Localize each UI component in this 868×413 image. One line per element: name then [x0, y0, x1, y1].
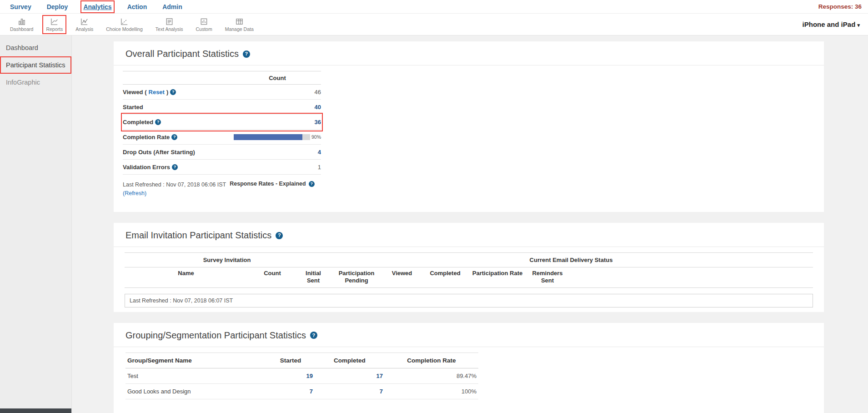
completion-rate-value: 90% — [311, 134, 321, 140]
column-group-segment-name: Group/Segment Name — [125, 353, 266, 368]
toolbar-item-text-analysis[interactable]: Text Analysis — [153, 16, 186, 33]
viewed-row: Viewed ( Reset ) ? 46 — [123, 85, 321, 100]
scatter-chart-icon — [120, 17, 129, 26]
group-started: 7 — [266, 383, 315, 399]
text-lines-icon — [165, 17, 174, 26]
column-completed: Completed — [315, 353, 385, 368]
last-refreshed-label: Last Refreshed : Nov 07, 2018 06:06 IST — [123, 181, 226, 188]
grouping-stats-title: Grouping/Segmentation Participant Statis… — [125, 330, 306, 341]
email-stats-table: Survey Invitation Current Email Delivery… — [125, 252, 813, 288]
started-row: Started 40 — [123, 100, 321, 115]
column-completed: Completed — [420, 267, 470, 288]
grouping-stats-card: Grouping/Segmentation Participant Statis… — [114, 323, 824, 413]
stats-header-row: Count — [123, 71, 321, 85]
chevron-down-icon: ▾ — [857, 22, 860, 28]
email-stats-card: Email Invitation Participant Statistics … — [114, 223, 824, 312]
analytics-toolbar: Dashboard Reports Analysis Choice Modell… — [0, 14, 868, 35]
toolbar-item-manage-data[interactable]: Manage Data — [222, 16, 256, 33]
response-rates-label: Response Rates - Explained — [230, 181, 306, 187]
refresh-link[interactable]: (Refresh) — [123, 190, 146, 196]
grouping-stats-table: Group/Segment Name Started Completed Com… — [125, 353, 478, 399]
toolbar-item-choice-modelling[interactable]: Choice Modelling — [103, 16, 146, 33]
started-value: 40 — [315, 104, 321, 111]
started-label: Started — [123, 104, 143, 111]
column-viewed: Viewed — [384, 267, 420, 288]
column-initial-sent: Initial Sent — [297, 267, 329, 288]
group-completion-rate: 100% — [385, 383, 478, 399]
completion-rate-label: Completion Rate — [123, 134, 170, 141]
line-chart-icon — [50, 17, 59, 26]
device-selector-label: iPhone and iPad — [803, 20, 856, 28]
column-count: Count — [247, 267, 297, 288]
main-content: Overall Participant Statistics ? Count V… — [72, 35, 868, 413]
viewed-label-suffix: ) — [166, 89, 168, 96]
nav-survey[interactable]: Survey — [10, 3, 31, 10]
table-row: Good Looks and Design 7 7 100% — [125, 383, 478, 399]
grouping-header-row: Group/Segment Name Started Completed Com… — [125, 353, 478, 368]
trend-chart-icon — [80, 17, 89, 26]
toolbar-item-custom[interactable]: Custom — [193, 16, 215, 33]
reset-link[interactable]: Reset — [149, 89, 165, 96]
help-icon[interactable]: ? — [309, 181, 315, 187]
toolbar-item-analysis[interactable]: Analysis — [73, 16, 96, 33]
group-completion-rate: 89.47% — [385, 368, 478, 383]
completion-rate-row: Completion Rate ? 90% — [123, 130, 321, 145]
nav-analytics[interactable]: Analytics — [83, 3, 111, 10]
survey-invitation-header: Survey Invitation — [125, 253, 329, 267]
dropouts-label: Drop Outs (After Starting) — [123, 149, 195, 156]
toolbar-item-reports[interactable]: Reports — [43, 16, 65, 33]
completed-value: 36 — [315, 119, 321, 126]
column-participation-pending: Participation Pending — [329, 267, 384, 288]
email-stats-title: Email Invitation Participant Statistics — [125, 230, 271, 241]
viewed-label: Viewed ( — [123, 89, 147, 96]
help-icon[interactable]: ? — [170, 89, 176, 95]
responses-count: Responses: 36 — [818, 3, 862, 10]
help-icon[interactable]: ? — [155, 119, 161, 125]
toolbar-item-label: Choice Modelling — [106, 26, 143, 32]
validation-errors-label: Validation Errors — [123, 164, 170, 171]
response-rates-explained: Response Rates - Explained ? — [230, 181, 314, 187]
group-started: 19 — [266, 368, 315, 383]
data-table-icon — [235, 17, 244, 26]
overall-stats-table: Count Viewed ( Reset ) ? 46 — [123, 71, 321, 175]
column-participation-rate: Participation Rate — [470, 267, 525, 288]
sidebar-item-infographic[interactable]: InfoGraphic — [0, 74, 71, 91]
count-column-header: Count — [234, 71, 321, 84]
custom-chart-icon — [199, 17, 209, 26]
nav-action[interactable]: Action — [127, 3, 147, 10]
group-completed: 17 — [315, 368, 385, 383]
toolbar-item-dashboard[interactable]: Dashboard — [7, 16, 36, 33]
table-row: Test 19 17 89.47% — [125, 368, 478, 383]
help-icon[interactable]: ? — [172, 164, 178, 170]
toolbar-item-label: Text Analysis — [156, 26, 183, 32]
column-reminders-sent: Reminders Sent — [525, 267, 570, 288]
column-filler — [570, 267, 813, 288]
email-group-header-row: Survey Invitation Current Email Delivery… — [125, 253, 813, 267]
validation-errors-value: 1 — [318, 164, 321, 171]
email-column-header-row: Name Count Initial Sent Participation Pe… — [125, 267, 813, 288]
dropouts-row: Drop Outs (After Starting) 4 — [123, 145, 321, 160]
device-selector[interactable]: iPhone and iPad ▾ — [803, 20, 860, 28]
group-name: Test — [125, 368, 266, 383]
help-icon[interactable]: ? — [310, 332, 317, 339]
email-last-refreshed: Last Refreshed : Nov 07, 2018 06:07 IST — [125, 294, 813, 307]
completion-rate-bar — [234, 134, 310, 140]
sidebar-item-dashboard[interactable]: Dashboard — [0, 39, 71, 56]
nav-admin[interactable]: Admin — [162, 3, 182, 10]
toolbar-item-label: Manage Data — [225, 26, 254, 32]
completed-label: Completed — [123, 119, 153, 126]
sidebar-footer-strip — [0, 408, 71, 413]
toolbar-item-label: Dashboard — [10, 26, 33, 32]
sidebar-item-participant-statistics[interactable]: Participant Statistics — [0, 56, 71, 74]
bar-chart-icon — [17, 17, 26, 26]
help-icon[interactable]: ? — [276, 232, 283, 239]
toolbar-item-label: Analysis — [75, 26, 93, 32]
overall-stats-card: Overall Participant Statistics ? Count V… — [114, 41, 824, 212]
help-icon[interactable]: ? — [171, 134, 177, 140]
validation-errors-row: Validation Errors ? 1 — [123, 160, 321, 175]
help-icon[interactable]: ? — [243, 50, 250, 58]
viewed-value: 46 — [315, 89, 321, 96]
analytics-page: Survey Deploy Analytics Action Admin Res… — [0, 0, 868, 413]
nav-deploy[interactable]: Deploy — [47, 3, 68, 10]
completed-row: Completed ? 36 — [123, 115, 321, 130]
